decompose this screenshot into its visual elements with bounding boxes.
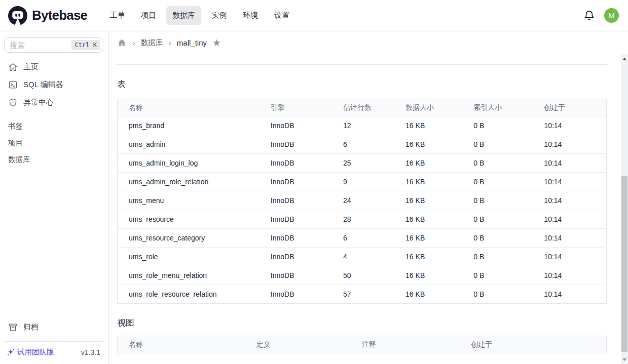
table-cell: ums_resource_category — [118, 229, 271, 248]
tables-section-title: 表 — [117, 78, 607, 90]
main-content: › 数据库 › mall_tiny ★ 表 名称引擎估计行数数据大小索引大小创建… — [109, 31, 628, 364]
table-row[interactable]: pms_brandInnoDB1216 KB0 B10:14 — [118, 116, 607, 135]
column-header: 创建于 — [544, 99, 606, 116]
table-row[interactable]: ums_admin_role_relationInnoDB916 KB0 B10… — [118, 173, 607, 191]
tables-table: 名称引擎估计行数数据大小索引大小创建于 pms_brandInnoDB1216 … — [117, 99, 607, 304]
vertical-scrollbar[interactable] — [621, 54, 628, 364]
trial-plan-label: 试用团队版 — [17, 347, 54, 357]
search-shortcut-badge: Ctrl K — [71, 40, 100, 50]
column-header: 数据大小 — [405, 99, 473, 116]
table-cell: InnoDB — [271, 210, 343, 229]
table-cell: 0 B — [473, 154, 544, 173]
nav-item-issues[interactable]: 工单 — [103, 6, 131, 25]
sidebar-spacer — [4, 168, 103, 319]
table-row[interactable]: ums_role_resource_relationInnoDB5716 KB0… — [118, 285, 607, 304]
table-cell: ums_resource — [118, 210, 271, 229]
column-header: 索引大小 — [473, 99, 544, 116]
table-cell: 10:14 — [544, 116, 606, 135]
scrollbar-thumb[interactable] — [621, 176, 627, 352]
bytebase-logo-icon — [8, 6, 27, 25]
navbar-right: M — [583, 8, 619, 23]
breadcrumb-current-db[interactable]: mall_tiny — [177, 38, 207, 47]
terminal-icon — [8, 80, 18, 90]
table-cell: ums_role_resource_relation — [118, 285, 271, 304]
nav-item-projects[interactable]: 项目 — [135, 6, 162, 25]
table-cell: 16 KB — [405, 116, 473, 135]
table-cell: ums_role_menu_relation — [118, 266, 271, 285]
table-cell: ums_admin_role_relation — [118, 173, 271, 191]
table-cell: 57 — [343, 285, 405, 304]
version-label: v1.3.1 — [81, 348, 100, 356]
scrollbar-up-arrow-icon[interactable] — [621, 55, 628, 62]
table-row[interactable]: ums_adminInnoDB616 KB0 B10:14 — [118, 135, 607, 154]
chevron-right-icon: › — [168, 38, 171, 47]
column-header: 创建于 — [471, 336, 606, 353]
table-row[interactable]: ums_role_menu_relationInnoDB5016 KB0 B10… — [118, 266, 607, 285]
table-cell: 0 B — [473, 266, 544, 285]
table-cell: 25 — [343, 154, 405, 173]
user-avatar[interactable]: M — [604, 8, 619, 23]
table-row[interactable]: ums_admin_login_logInnoDB2516 KB0 B10:14 — [118, 154, 607, 173]
views-header-row: 名称定义注释创建于 — [118, 336, 607, 353]
sidebar-link-projects[interactable]: 项目 — [4, 135, 103, 151]
favorite-star-icon[interactable]: ★ — [212, 38, 221, 48]
nav-item-settings[interactable]: 设置 — [268, 6, 295, 25]
tables-header-row: 名称引擎估计行数数据大小索引大小创建于 — [118, 99, 607, 116]
table-cell: 10:14 — [544, 210, 606, 229]
column-header: 注释 — [362, 336, 471, 353]
table-cell: 16 KB — [405, 135, 473, 154]
app-window: Bytebase 工单项目数据库实例环境设置 M Ctrl K 主页SQL 编辑… — [0, 0, 628, 364]
table-cell: 0 B — [473, 116, 544, 135]
sidebar-link-databases[interactable]: 数据库 — [4, 151, 103, 168]
top-navbar: Bytebase 工单项目数据库实例环境设置 M — [0, 0, 628, 31]
table-cell: 16 KB — [405, 173, 473, 191]
trial-plan-link[interactable]: 试用团队版 — [6, 347, 54, 357]
table-cell: 50 — [343, 266, 405, 285]
table-cell: 4 — [343, 248, 405, 266]
chevron-right-icon: › — [132, 38, 135, 47]
table-row[interactable]: ums_menuInnoDB2416 KB0 B10:14 — [118, 191, 607, 210]
sidebar-item-anomaly-center[interactable]: 异常中心 — [4, 94, 103, 111]
table-cell: 10:14 — [544, 173, 606, 191]
notifications-bell-icon[interactable] — [583, 10, 595, 21]
table-cell: ums_role — [118, 248, 271, 266]
breadcrumb-databases[interactable]: 数据库 — [141, 38, 163, 48]
search-box[interactable]: Ctrl K — [4, 37, 103, 53]
shield-alert-icon — [8, 98, 18, 107]
column-header: 定义 — [256, 336, 362, 353]
sidebar-item-sql-editor[interactable]: SQL 编辑器 — [4, 76, 103, 93]
nav-item-databases[interactable]: 数据库 — [166, 6, 201, 25]
table-cell: InnoDB — [271, 154, 343, 173]
table-cell: 10:14 — [544, 285, 606, 304]
column-header: 引擎 — [271, 99, 343, 116]
table-cell: 16 KB — [405, 285, 473, 304]
sidebar-link-bookmarks[interactable]: 书签 — [4, 118, 103, 135]
search-input[interactable] — [10, 41, 68, 50]
nav-item-environments[interactable]: 环境 — [237, 6, 264, 25]
scroll-area: 表 名称引擎估计行数数据大小索引大小创建于 pms_brandInnoDB121… — [109, 54, 621, 364]
bytebase-logo[interactable]: Bytebase — [8, 6, 87, 25]
table-row[interactable]: ums_roleInnoDB416 KB0 B10:14 — [118, 248, 607, 266]
sidebar-item-label: 异常中心 — [23, 98, 54, 107]
home-icon — [8, 62, 18, 72]
table-cell: 16 KB — [405, 154, 473, 173]
table-row[interactable]: ums_resourceInnoDB2816 KB0 B10:14 — [118, 210, 607, 229]
scrollbar-down-arrow-icon[interactable] — [621, 356, 628, 363]
table-cell: InnoDB — [271, 229, 343, 248]
nav-item-instances[interactable]: 实例 — [205, 6, 233, 25]
table-row[interactable]: ums_resource_categoryInnoDB616 KB0 B10:1… — [118, 229, 607, 248]
brand-name: Bytebase — [32, 8, 87, 23]
table-cell: ums_admin_login_log — [118, 154, 271, 173]
table-cell: 16 KB — [405, 248, 473, 266]
home-icon[interactable] — [117, 38, 127, 48]
table-cell: InnoDB — [271, 191, 343, 210]
sidebar-item-home[interactable]: 主页 — [4, 59, 103, 75]
table-cell: 28 — [343, 210, 405, 229]
table-cell: 12 — [343, 116, 405, 135]
table-cell: 10:14 — [544, 154, 606, 173]
sidebar-item-archive[interactable]: 归档 — [4, 319, 103, 336]
table-cell: 0 B — [473, 285, 544, 304]
sidebar-item-label: 归档 — [23, 322, 39, 332]
table-cell: 6 — [343, 135, 405, 154]
table-cell: InnoDB — [271, 285, 343, 304]
